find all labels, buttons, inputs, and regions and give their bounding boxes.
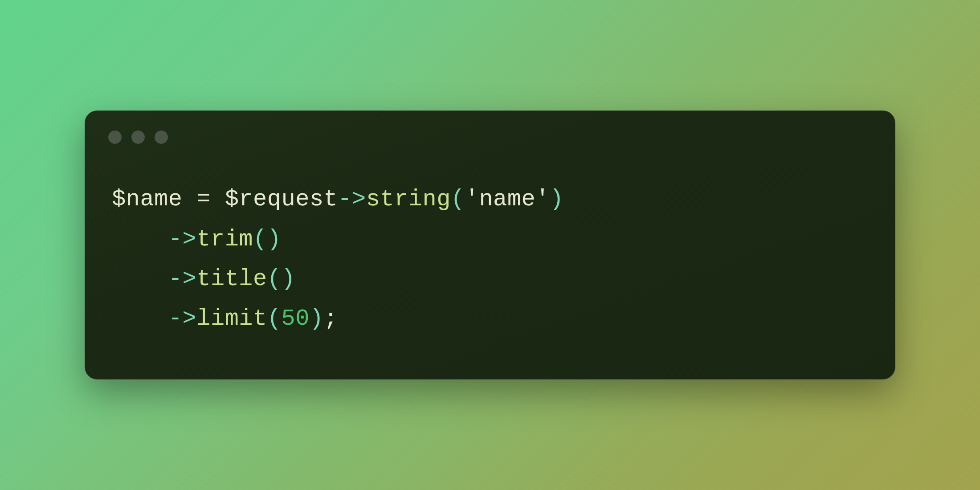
- traffic-light-close-icon[interactable]: [108, 131, 122, 144]
- variable-token: $name: [112, 186, 183, 212]
- code-line-3: ->title(): [112, 259, 868, 299]
- code-window: $name = $request->string('name') ->trim(…: [85, 110, 895, 380]
- code-body: $name = $request->string('name') ->trim(…: [85, 153, 895, 379]
- indent-token: [112, 220, 168, 259]
- indent-token: [112, 299, 168, 339]
- semicolon-token: ;: [324, 306, 338, 332]
- paren-open-token: (: [267, 306, 282, 332]
- code-line-1: $name = $request->string('name'): [112, 180, 868, 219]
- paren-close-token: ): [310, 306, 324, 332]
- arrow-operator-token: ->: [338, 186, 366, 212]
- paren-open-token: (: [267, 266, 282, 292]
- window-titlebar: [85, 111, 895, 153]
- number-token: 50: [282, 306, 310, 332]
- method-token: limit: [196, 306, 267, 332]
- method-token: string: [366, 186, 451, 212]
- code-line-2: ->trim(): [112, 220, 868, 259]
- string-value-token: name: [479, 186, 535, 212]
- arrow-operator-token: ->: [168, 226, 196, 253]
- method-token: title: [196, 266, 267, 292]
- paren-close-token: ): [550, 186, 564, 212]
- paren-close-token: ): [282, 266, 296, 292]
- code-line-4: ->limit(50);: [112, 299, 868, 339]
- paren-close-token: ): [267, 226, 282, 253]
- indent-token: [112, 259, 168, 299]
- arrow-operator-token: ->: [168, 266, 196, 292]
- traffic-light-zoom-icon[interactable]: [155, 131, 168, 144]
- arrow-operator-token: ->: [168, 306, 196, 332]
- string-quote-token: ': [465, 186, 479, 212]
- string-quote-token: ': [535, 186, 550, 212]
- paren-open-token: (: [451, 186, 465, 212]
- traffic-light-minimize-icon[interactable]: [131, 131, 145, 144]
- object-token: $request: [225, 186, 338, 212]
- assign-operator-token: =: [183, 186, 225, 212]
- paren-open-token: (: [253, 226, 267, 253]
- method-token: trim: [196, 226, 253, 253]
